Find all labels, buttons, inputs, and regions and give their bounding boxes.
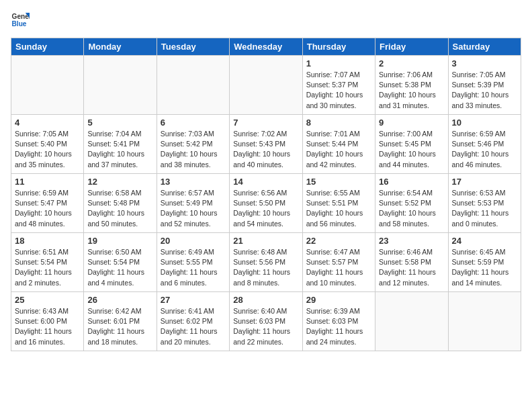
- day-info: Sunrise: 6:53 AM Sunset: 5:53 PM Dayligh…: [452, 188, 517, 229]
- day-number: 20: [161, 236, 226, 246]
- day-number: 10: [452, 118, 517, 128]
- day-number: 28: [233, 295, 298, 305]
- calendar-cell: 28Sunrise: 6:40 AM Sunset: 6:03 PM Dayli…: [230, 292, 302, 351]
- day-number: 11: [15, 177, 80, 187]
- weekday-header-monday: Monday: [84, 38, 157, 56]
- day-info: Sunrise: 6:42 AM Sunset: 6:01 PM Dayligh…: [87, 306, 152, 347]
- calendar-cell: 14Sunrise: 6:56 AM Sunset: 5:50 PM Dayli…: [230, 174, 302, 233]
- day-number: 19: [87, 236, 152, 246]
- day-number: 16: [379, 177, 444, 187]
- calendar-cell: [157, 56, 229, 115]
- day-number: 15: [306, 177, 371, 187]
- day-number: 1: [306, 58, 371, 68]
- day-number: 17: [452, 177, 517, 187]
- day-info: Sunrise: 7:07 AM Sunset: 5:37 PM Dayligh…: [306, 70, 371, 111]
- day-info: Sunrise: 7:02 AM Sunset: 5:43 PM Dayligh…: [233, 129, 298, 170]
- calendar-cell: [84, 56, 157, 115]
- calendar-cell: [375, 292, 448, 351]
- calendar-cell: 16Sunrise: 6:54 AM Sunset: 5:52 PM Dayli…: [375, 174, 448, 233]
- calendar-cell: 3Sunrise: 7:05 AM Sunset: 5:39 PM Daylig…: [448, 56, 521, 115]
- weekday-header-sunday: Sunday: [11, 38, 84, 56]
- calendar-cell: 29Sunrise: 6:39 AM Sunset: 6:03 PM Dayli…: [302, 292, 375, 351]
- day-number: 22: [306, 236, 371, 246]
- day-info: Sunrise: 7:05 AM Sunset: 5:39 PM Dayligh…: [452, 70, 517, 111]
- calendar-cell: 27Sunrise: 6:41 AM Sunset: 6:02 PM Dayli…: [157, 292, 229, 351]
- day-number: 29: [306, 295, 371, 305]
- day-number: 18: [15, 236, 80, 246]
- calendar-cell: 26Sunrise: 6:42 AM Sunset: 6:01 PM Dayli…: [84, 292, 157, 351]
- weekday-header-tuesday: Tuesday: [157, 38, 229, 56]
- day-info: Sunrise: 6:59 AM Sunset: 5:46 PM Dayligh…: [452, 129, 517, 170]
- svg-text:Blue: Blue: [12, 20, 27, 28]
- calendar-cell: 2Sunrise: 7:06 AM Sunset: 5:38 PM Daylig…: [375, 56, 448, 115]
- calendar-cell: 25Sunrise: 6:43 AM Sunset: 6:00 PM Dayli…: [11, 292, 84, 351]
- day-info: Sunrise: 6:58 AM Sunset: 5:48 PM Dayligh…: [87, 188, 152, 229]
- day-info: Sunrise: 6:59 AM Sunset: 5:47 PM Dayligh…: [15, 188, 80, 229]
- day-info: Sunrise: 7:00 AM Sunset: 5:45 PM Dayligh…: [379, 129, 444, 170]
- calendar-cell: 9Sunrise: 7:00 AM Sunset: 5:45 PM Daylig…: [375, 115, 448, 174]
- calendar-cell: 10Sunrise: 6:59 AM Sunset: 5:46 PM Dayli…: [448, 115, 521, 174]
- day-info: Sunrise: 7:05 AM Sunset: 5:40 PM Dayligh…: [15, 129, 80, 170]
- day-number: 13: [161, 177, 226, 187]
- calendar-cell: 6Sunrise: 7:03 AM Sunset: 5:42 PM Daylig…: [157, 115, 229, 174]
- weekday-header-friday: Friday: [375, 38, 448, 56]
- calendar-cell: 1Sunrise: 7:07 AM Sunset: 5:37 PM Daylig…: [302, 56, 375, 115]
- calendar-cell: 8Sunrise: 7:01 AM Sunset: 5:44 PM Daylig…: [302, 115, 375, 174]
- day-number: 2: [379, 58, 444, 68]
- calendar-cell: 21Sunrise: 6:48 AM Sunset: 5:56 PM Dayli…: [230, 233, 302, 292]
- day-info: Sunrise: 6:51 AM Sunset: 5:54 PM Dayligh…: [15, 247, 80, 288]
- calendar-cell: [448, 292, 521, 351]
- calendar-table: SundayMondayTuesdayWednesdayThursdayFrid…: [11, 38, 521, 351]
- calendar-cell: 15Sunrise: 6:55 AM Sunset: 5:51 PM Dayli…: [302, 174, 375, 233]
- day-number: 8: [306, 118, 371, 128]
- calendar-cell: 11Sunrise: 6:59 AM Sunset: 5:47 PM Dayli…: [11, 174, 84, 233]
- calendar-cell: [11, 56, 84, 115]
- day-info: Sunrise: 6:55 AM Sunset: 5:51 PM Dayligh…: [306, 188, 371, 229]
- calendar-cell: 23Sunrise: 6:46 AM Sunset: 5:58 PM Dayli…: [375, 233, 448, 292]
- day-number: 23: [379, 236, 444, 246]
- day-info: Sunrise: 7:06 AM Sunset: 5:38 PM Dayligh…: [379, 70, 444, 111]
- day-number: 12: [87, 177, 152, 187]
- calendar-cell: 22Sunrise: 6:47 AM Sunset: 5:57 PM Dayli…: [302, 233, 375, 292]
- day-info: Sunrise: 6:46 AM Sunset: 5:58 PM Dayligh…: [379, 247, 444, 288]
- calendar-cell: 12Sunrise: 6:58 AM Sunset: 5:48 PM Dayli…: [84, 174, 157, 233]
- logo: General Blue: [11, 11, 30, 30]
- day-number: 6: [161, 118, 226, 128]
- day-info: Sunrise: 6:54 AM Sunset: 5:52 PM Dayligh…: [379, 188, 444, 229]
- calendar-cell: 19Sunrise: 6:50 AM Sunset: 5:54 PM Dayli…: [84, 233, 157, 292]
- page-header: General Blue: [11, 11, 521, 30]
- weekday-header-wednesday: Wednesday: [230, 38, 302, 56]
- day-info: Sunrise: 6:41 AM Sunset: 6:02 PM Dayligh…: [161, 306, 226, 347]
- day-number: 14: [233, 177, 298, 187]
- day-number: 3: [452, 58, 517, 68]
- day-number: 25: [15, 295, 80, 305]
- calendar-cell: 13Sunrise: 6:57 AM Sunset: 5:49 PM Dayli…: [157, 174, 229, 233]
- day-number: 4: [15, 118, 80, 128]
- weekday-header-saturday: Saturday: [448, 38, 521, 56]
- day-info: Sunrise: 6:43 AM Sunset: 6:00 PM Dayligh…: [15, 306, 80, 347]
- day-number: 5: [87, 118, 152, 128]
- day-info: Sunrise: 7:03 AM Sunset: 5:42 PM Dayligh…: [161, 129, 226, 170]
- weekday-header-thursday: Thursday: [302, 38, 375, 56]
- day-info: Sunrise: 6:48 AM Sunset: 5:56 PM Dayligh…: [233, 247, 298, 288]
- calendar-cell: [230, 56, 302, 115]
- day-info: Sunrise: 7:04 AM Sunset: 5:41 PM Dayligh…: [87, 129, 152, 170]
- day-number: 24: [452, 236, 517, 246]
- day-info: Sunrise: 6:57 AM Sunset: 5:49 PM Dayligh…: [161, 188, 226, 229]
- day-info: Sunrise: 6:49 AM Sunset: 5:55 PM Dayligh…: [161, 247, 226, 288]
- day-number: 7: [233, 118, 298, 128]
- calendar-cell: 4Sunrise: 7:05 AM Sunset: 5:40 PM Daylig…: [11, 115, 84, 174]
- calendar-cell: 7Sunrise: 7:02 AM Sunset: 5:43 PM Daylig…: [230, 115, 302, 174]
- calendar-cell: 20Sunrise: 6:49 AM Sunset: 5:55 PM Dayli…: [157, 233, 229, 292]
- day-number: 26: [87, 295, 152, 305]
- logo-icon: General Blue: [11, 11, 30, 30]
- day-info: Sunrise: 6:45 AM Sunset: 5:59 PM Dayligh…: [452, 247, 517, 288]
- day-number: 9: [379, 118, 444, 128]
- day-info: Sunrise: 7:01 AM Sunset: 5:44 PM Dayligh…: [306, 129, 371, 170]
- calendar-cell: 17Sunrise: 6:53 AM Sunset: 5:53 PM Dayli…: [448, 174, 521, 233]
- day-info: Sunrise: 6:47 AM Sunset: 5:57 PM Dayligh…: [306, 247, 371, 288]
- day-number: 21: [233, 236, 298, 246]
- day-info: Sunrise: 6:56 AM Sunset: 5:50 PM Dayligh…: [233, 188, 298, 229]
- day-info: Sunrise: 6:50 AM Sunset: 5:54 PM Dayligh…: [87, 247, 152, 288]
- day-info: Sunrise: 6:40 AM Sunset: 6:03 PM Dayligh…: [233, 306, 298, 347]
